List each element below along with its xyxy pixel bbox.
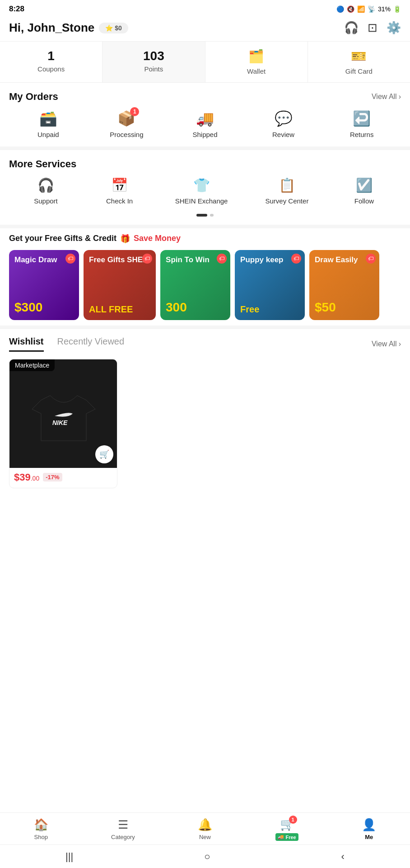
shein-exchange-label: SHEIN Exchange — [175, 197, 228, 206]
coupons-number: 1 — [47, 49, 55, 63]
product-price: $39.00 -17% — [9, 468, 117, 488]
new-icon: 🔔 — [198, 818, 212, 832]
points-badge-icon: ⭐ — [105, 24, 113, 32]
wishlist-view-all[interactable]: View All › — [372, 340, 401, 348]
service-shein-exchange[interactable]: 👕 SHEIN Exchange — [175, 177, 228, 206]
product-image: Marketplace NIKE 🛒 — [9, 359, 117, 468]
status-time: 8:28 — [9, 5, 24, 14]
review-icon: 💬 — [275, 110, 293, 127]
gift-card-icon: 🎫 — [351, 49, 367, 64]
order-review[interactable]: 💬 Review — [266, 110, 302, 138]
stat-wallet[interactable]: 🗂️ Wallet — [205, 42, 308, 82]
promo-spin-win[interactable]: Spin To Win 300 🏷 — [160, 250, 230, 320]
services-row: 🎧 Support 📅 Check In 👕 SHEIN Exchange 📋 … — [9, 177, 401, 210]
wallet-icon: 🗂️ — [248, 49, 264, 64]
promo-magic-draw[interactable]: Magic Draw $300 🏷 — [9, 250, 79, 320]
carousel-dots — [9, 210, 401, 221]
free-label: Free — [285, 835, 296, 840]
tab-wishlist[interactable]: Wishlist — [9, 336, 44, 352]
greeting: Hi, John_Stone ⭐ $0 — [9, 21, 128, 35]
new-label: New — [199, 834, 211, 840]
promo-corner-badge: 🏷 — [217, 254, 227, 264]
service-support[interactable]: 🎧 Support — [28, 177, 64, 206]
stats-row: 1 Coupons 103 Points 🗂️ Wallet 🎫 Gift Ca… — [0, 41, 410, 83]
service-survey-center[interactable]: 📋 Survey Center — [266, 177, 309, 206]
nav-cart[interactable]: 🛒 1 🚚 Free — [269, 817, 305, 841]
orders-view-all[interactable]: View All › — [372, 93, 401, 101]
headset-icon[interactable]: 🎧 — [344, 21, 359, 35]
promo-corner-badge: 🏷 — [366, 254, 376, 264]
scan-icon[interactable]: ⊡ — [368, 21, 377, 35]
shipped-icon: 🚚 — [196, 110, 214, 127]
check-in-label: Check In — [106, 197, 133, 206]
stat-gift-card[interactable]: 🎫 Gift Card — [308, 42, 410, 82]
shein-exchange-icon: 👕 — [193, 177, 210, 193]
service-check-in[interactable]: 📅 Check In — [102, 177, 138, 206]
wallet-label: Wallet — [247, 67, 266, 75]
banner-main-text: Get your Free Gifts & Credit — [9, 234, 116, 243]
promo-subtitle-free: ALL FREE — [89, 304, 150, 315]
settings-icon[interactable]: ⚙️ — [387, 21, 401, 35]
android-nav-bar: ||| ○ ‹ — [0, 844, 410, 868]
order-shipped[interactable]: 🚚 Shipped — [187, 110, 223, 138]
promo-amount-magic: $300 — [14, 300, 74, 315]
banner-emoji: 🎁 — [120, 234, 130, 244]
bluetooth-icon: 🔵 — [336, 5, 344, 13]
orders-header: My Orders View All › — [9, 91, 401, 103]
gift-card-label: Gift Card — [345, 67, 373, 75]
more-services-section: More Services 🎧 Support 📅 Check In 👕 SHE… — [0, 146, 410, 225]
header: Hi, John_Stone ⭐ $0 🎧 ⊡ ⚙️ — [0, 16, 410, 41]
me-icon: 👤 — [362, 818, 376, 832]
order-unpaid[interactable]: 🗃️ Unpaid — [30, 110, 66, 138]
header-actions: 🎧 ⊡ ⚙️ — [344, 21, 401, 35]
points-number: 103 — [143, 49, 164, 63]
service-follow[interactable]: ☑️ Follow — [346, 177, 382, 206]
banner-section: Get your Free Gifts & Credit 🎁 Save Mone… — [0, 225, 410, 326]
promo-amount-spin: 300 — [166, 300, 225, 315]
nav-new[interactable]: 🔔 New — [187, 818, 223, 840]
save-money-text: Save Money — [134, 234, 181, 243]
support-icon: 🎧 — [37, 177, 54, 193]
svg-text:NIKE: NIKE — [52, 419, 68, 426]
survey-center-label: Survey Center — [266, 197, 309, 206]
nav-category[interactable]: ☰ Category — [105, 818, 141, 840]
promo-puppy[interactable]: Puppy keep Free 🏷 — [235, 250, 305, 320]
dot-active — [196, 214, 207, 217]
product-card-nike[interactable]: Marketplace NIKE 🛒 $39.00 -17% — [9, 359, 117, 488]
follow-label: Follow — [354, 197, 374, 206]
signal-icon: 📡 — [368, 5, 375, 13]
stat-coupons[interactable]: 1 Coupons — [0, 42, 102, 82]
services-header: More Services — [9, 158, 401, 170]
order-processing[interactable]: 1 📦 Processing — [108, 110, 144, 138]
returns-icon: ↩️ — [353, 110, 371, 127]
stat-points[interactable]: 103 Points — [102, 42, 205, 82]
shipped-label: Shipped — [192, 131, 217, 138]
status-bar: 8:28 🔵 🔇 📶 📡 31% 🔋 — [0, 0, 410, 16]
android-home-button[interactable]: ○ — [204, 851, 210, 863]
promo-free-gifts[interactable]: Free Gifts SHEIN ALL FREE 🏷 — [84, 250, 156, 320]
banner-text: Get your Free Gifts & Credit 🎁 Save Mone… — [9, 234, 401, 244]
chevron-right-icon: › — [399, 93, 401, 101]
nav-me[interactable]: 👤 Me — [351, 818, 387, 840]
promo-title-magic: Magic Draw — [14, 255, 74, 264]
promo-draw[interactable]: Draw Easily $50 🏷 — [309, 250, 379, 320]
wifi-icon: 📶 — [357, 5, 365, 13]
my-orders-section: My Orders View All › 🗃️ Unpaid 1 📦 Proce… — [0, 83, 410, 146]
dot-inactive — [210, 214, 214, 217]
wishlist-section: Wishlist Recently Viewed View All › Mark… — [0, 326, 410, 492]
nav-shop[interactable]: 🏠 Shop — [23, 818, 59, 840]
unpaid-label: Unpaid — [37, 131, 59, 138]
price-dollars: $39 — [14, 472, 31, 483]
promo-title-puppy: Puppy keep — [240, 255, 299, 264]
follow-icon: ☑️ — [356, 177, 373, 193]
promo-corner-badge: 🏷 — [65, 254, 75, 264]
points-badge[interactable]: ⭐ $0 — [99, 23, 128, 33]
tab-recently-viewed[interactable]: Recently Viewed — [57, 336, 125, 352]
order-returns[interactable]: ↩️ Returns — [344, 110, 380, 138]
promo-amount-draw: $50 — [315, 300, 374, 315]
points-badge-value: $0 — [115, 24, 122, 32]
android-menu-button[interactable]: ||| — [65, 851, 73, 863]
survey-center-icon: 📋 — [279, 177, 295, 193]
add-to-cart-button[interactable]: 🛒 — [95, 445, 113, 463]
android-back-button[interactable]: ‹ — [341, 851, 345, 863]
